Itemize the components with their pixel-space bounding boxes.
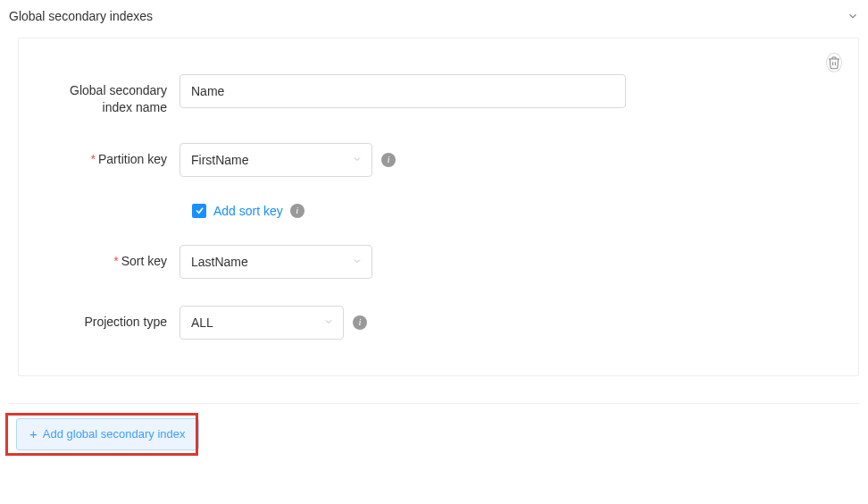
- index-name-label: Global secondary index name: [37, 74, 179, 116]
- sort-key-select[interactable]: LastName: [179, 245, 372, 279]
- divider: [9, 403, 859, 404]
- partition-key-value: FirstName: [191, 153, 249, 167]
- projection-type-value: ALL: [191, 315, 213, 330]
- info-icon[interactable]: i: [353, 315, 367, 330]
- chevron-down-icon: [352, 153, 363, 167]
- add-gsi-button[interactable]: + Add global secondary index: [16, 418, 199, 450]
- index-name-input[interactable]: [179, 74, 626, 108]
- projection-type-select[interactable]: ALL: [179, 306, 344, 340]
- sort-key-label: *Sort key: [37, 245, 179, 270]
- info-icon[interactable]: i: [381, 153, 396, 167]
- add-gsi-button-label: Add global secondary index: [43, 427, 186, 441]
- add-sort-key-checkbox[interactable]: [192, 204, 206, 218]
- index-config-card: Global secondary index name *Partition k…: [18, 38, 859, 376]
- partition-key-select[interactable]: FirstName: [179, 143, 372, 177]
- trash-icon: [827, 55, 841, 70]
- chevron-down-icon: [323, 315, 334, 330]
- add-sort-key-label[interactable]: Add sort key: [213, 204, 283, 218]
- partition-key-label: *Partition key: [37, 143, 179, 168]
- section-title: Global secondary indexes: [9, 9, 153, 23]
- plus-icon: +: [29, 427, 38, 441]
- check-icon: [195, 206, 204, 215]
- chevron-down-icon: [352, 255, 363, 269]
- projection-type-label: Projection type: [37, 306, 179, 331]
- info-icon[interactable]: i: [290, 204, 305, 218]
- chevron-down-icon[interactable]: [847, 10, 859, 22]
- sort-key-value: LastName: [191, 255, 248, 269]
- delete-index-button[interactable]: [826, 55, 842, 71]
